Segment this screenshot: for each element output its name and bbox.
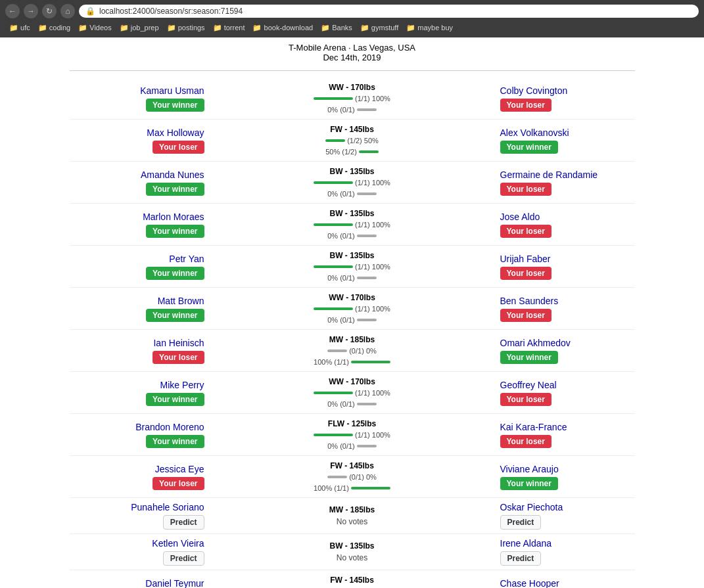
browser-nav: ← → ↻ ⌂ 🔒 localhost:24000/season/sr:seas… [5, 4, 699, 18]
left-fighter-name: Kamaru Usman [70, 85, 204, 96]
bookmark-book-download[interactable]: 📁 book-download [250, 23, 316, 33]
bookmark-Banks[interactable]: 📁 Banks [318, 23, 355, 33]
fighter-right: Viviane Araujo Your winner [490, 464, 635, 490]
right-bar-empty [357, 319, 377, 321]
right-fighter-name: Alex Volkanovski [500, 127, 635, 138]
address-bar[interactable]: 🔒 localhost:24000/season/sr:season:71594 [79, 5, 699, 18]
bookmark-postings[interactable]: 📁 postings [164, 23, 208, 33]
weight-class: BW - 135lbs [214, 540, 490, 552]
stat-line2: 0% (0/1) [327, 315, 355, 326]
bookmark-gymstuff[interactable]: 📁 gymstuff [358, 23, 401, 33]
bookmark-ufc[interactable]: 📁 ufc [7, 23, 33, 33]
page-content: T-Mobile Arena · Las Vegas, USA Dec 14th… [57, 37, 648, 588]
stat-line1: (1/1) 100% [355, 177, 390, 189]
right-fighter-name: Jose Aldo [500, 212, 635, 222]
bookmark-Videos[interactable]: 📁 Videos [76, 23, 114, 33]
left-bar [314, 307, 353, 310]
lock-icon: 🔒 [85, 7, 95, 16]
right-badge[interactable]: Predict [500, 515, 542, 530]
fighter-left: Punahele Soriano Predict [70, 502, 214, 530]
left-badge[interactable]: Predict [163, 515, 204, 530]
right-badge: Your winner [500, 141, 558, 154]
stat-row-2: 0% (0/1) [214, 399, 490, 410]
stat-row-2: 0% (0/1) [214, 189, 490, 200]
fight-row: Kamaru Usman Your winner WW - 170lbs(1/1… [70, 78, 635, 120]
weight-class: MW - 185lbs [214, 504, 490, 516]
stat-line1: (1/1) 100% [355, 93, 390, 104]
right-fighter-name: Chase Hooper [500, 578, 635, 589]
forward-button[interactable]: → [24, 4, 38, 18]
left-badge: Your loser [153, 141, 204, 154]
weight-class: FW - 145lbs [214, 460, 490, 472]
no-votes: No votes [214, 552, 490, 564]
fight-center: WW - 170lbs(1/1) 100%0% (0/1) [214, 376, 490, 409]
stat-row-1: (0/1) 0% [214, 472, 490, 483]
right-fighter-name: Germaine de Randamie [500, 170, 635, 180]
left-fighter-name: Ian Heinisch [70, 338, 204, 348]
fighter-right: Colby Covington Your loser [490, 85, 635, 112]
right-fighter-name: Colby Covington [500, 85, 635, 96]
stat-row-2: 0% (0/1) [214, 104, 490, 116]
bookmark-job_prep[interactable]: 📁 job_prep [117, 23, 162, 33]
left-badge: Your winner [146, 393, 204, 406]
weight-class: WW - 170lbs [214, 376, 490, 388]
fight-row: Petr Yan Your winner BW - 135lbs(1/1) 10… [70, 246, 635, 288]
weight-class: FLW - 125lbs [214, 418, 490, 430]
bookmark-torrent[interactable]: 📁 torrent [210, 23, 248, 33]
fight-center: BW - 135lbs(1/1) 100%0% (0/1) [214, 208, 490, 241]
stat-line2: 50% (1/2) [325, 147, 357, 158]
fight-row: Ketlen Vieira Predict BW - 135lbsNo vote… [70, 534, 635, 570]
stat-line1: (1/1) 100% [355, 304, 390, 315]
stat-row-2: 0% (0/1) [214, 231, 490, 242]
home-button[interactable]: ⌂ [60, 4, 75, 18]
fighter-right: Germaine de Randamie Your loser [490, 170, 635, 196]
reload-button[interactable]: ↻ [42, 4, 57, 18]
bookmarks-bar: 📁 ufc📁 coding📁 Videos📁 job_prep📁 posting… [5, 21, 699, 35]
stat-row-1: (1/1) 100% [214, 388, 490, 399]
stat-line2: 0% (0/1) [327, 189, 355, 200]
left-badge: Your winner [146, 99, 204, 112]
stat-line2: 0% (0/1) [327, 441, 355, 452]
weight-class: FW - 145lbs [214, 574, 490, 586]
weight-class: BW - 135lbs [214, 250, 490, 261]
fight-row: Matt Brown Your winner WW - 170lbs(1/1) … [70, 288, 635, 330]
stat-line2: 0% (0/1) [327, 231, 355, 242]
stat-row-2: 100% (1/1) [214, 483, 490, 494]
stat-line1: (0/1) 0% [349, 472, 377, 483]
stat-line2: 0% (0/1) [327, 399, 355, 410]
left-fighter-name: Max Holloway [70, 127, 204, 138]
right-badge: Your loser [500, 435, 551, 448]
left-fighter-name: Daniel Teymur [70, 578, 204, 589]
right-badge: Your loser [500, 183, 551, 196]
right-bar-empty [357, 192, 377, 195]
left-fighter-name: Amanda Nunes [70, 170, 204, 180]
fighter-right: Geoffrey Neal Your loser [490, 380, 635, 406]
fighter-left: Kamaru Usman Your winner [70, 85, 214, 112]
fight-row: Marlon Moraes Your winner BW - 135lbs(1/… [70, 204, 635, 246]
right-badge: Your loser [500, 225, 551, 238]
event-header: T-Mobile Arena · Las Vegas, USA Dec 14th… [70, 37, 635, 71]
stat-line2: 0% (0/1) [327, 104, 355, 116]
back-button[interactable]: ← [5, 4, 20, 18]
fighter-left: Max Holloway Your loser [70, 127, 214, 154]
left-bar-empty [327, 476, 347, 478]
event-venue: T-Mobile Arena · Las Vegas, USA [70, 43, 635, 53]
right-bar-empty [357, 277, 377, 279]
right-fighter-name: Oskar Piechota [500, 502, 635, 512]
stat-row-1: (0/1) 0% [214, 346, 490, 357]
right-badge: Your winner [500, 351, 558, 364]
bookmark-maybe-buy[interactable]: 📁 maybe buy [404, 23, 456, 33]
right-badge[interactable]: Predict [500, 551, 542, 566]
stat-line1: (1/1) 100% [355, 261, 390, 273]
weight-class: WW - 170lbs [214, 81, 490, 93]
fight-center: WW - 170lbs(1/1) 100%0% (0/1) [214, 292, 490, 325]
bookmark-coding[interactable]: 📁 coding [35, 23, 73, 33]
right-bar-empty [357, 235, 377, 237]
left-badge: Your loser [153, 477, 204, 490]
left-badge[interactable]: Predict [163, 551, 204, 566]
stat-line1: (1/2) 50% [347, 135, 379, 147]
fight-row: Amanda Nunes Your winner BW - 135lbs(1/1… [70, 162, 635, 204]
right-fighter-name: Geoffrey Neal [500, 380, 635, 390]
weight-class: BW - 135lbs [214, 166, 490, 177]
fighter-left: Matt Brown Your winner [70, 296, 214, 322]
